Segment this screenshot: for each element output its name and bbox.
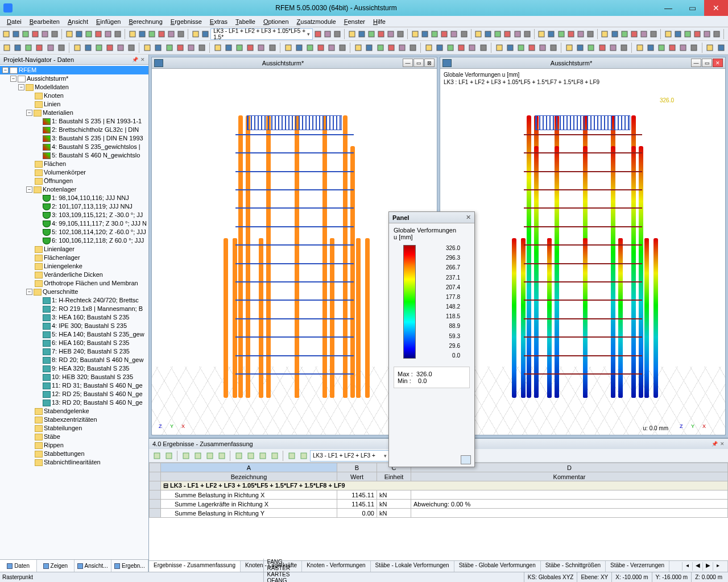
toolbar-button[interactable] [313, 28, 322, 40]
tree-node[interactable]: − Querschnitte [0, 288, 148, 296]
toolbar-button[interactable] [46, 42, 56, 53]
cell-value[interactable]: 0.00 [337, 509, 377, 518]
toolbar-button[interactable] [305, 42, 315, 53]
tree-node[interactable]: Flächenlager [0, 253, 148, 262]
toolbar-button[interactable] [649, 28, 658, 40]
toolbar-button[interactable] [467, 42, 477, 53]
tree-node[interactable]: 9: HEA 320; Baustahl S 235 [0, 364, 148, 373]
toolbar-button[interactable] [386, 28, 395, 40]
cell-value[interactable]: 1145.11 [337, 490, 377, 500]
toolbar-button[interactable] [40, 28, 49, 40]
results-tool-button[interactable] [298, 450, 309, 462]
toolbar-button[interactable] [397, 42, 407, 53]
toolbar-button[interactable] [600, 28, 609, 40]
toolbar-button[interactable] [333, 28, 342, 40]
tree-node[interactable]: 11: RD 31; Baustahl S 460 N_ge [0, 381, 148, 390]
cell-comment[interactable] [411, 490, 728, 500]
tree-node[interactable]: − Materialien [0, 109, 148, 117]
toolbar-button[interactable] [408, 42, 418, 53]
tree-node[interactable]: 10: HEB 320; Baustahl S 235 [0, 373, 148, 381]
menu-zusatzmodule[interactable]: Zusatzmodule [293, 17, 340, 26]
status-toggle-ofang[interactable]: OFANG [263, 577, 294, 583]
minimize-button[interactable]: — [656, 0, 680, 16]
results-tool-button[interactable] [245, 450, 257, 462]
toolbar-button[interactable] [689, 42, 699, 53]
cell-desc[interactable]: Summe Belastung in Richtung X [161, 490, 337, 500]
menu-tabelle[interactable]: Tabelle [232, 17, 259, 26]
toolbar-button[interactable] [13, 42, 23, 53]
toolbar-button[interactable] [84, 28, 93, 40]
toolbar-button[interactable] [516, 42, 526, 53]
menu-ergebnisse[interactable]: Ergebnisse [167, 17, 205, 26]
tree-node[interactable]: Stabnichtlinearitäten [0, 458, 148, 467]
toolbar-button[interactable] [575, 42, 585, 53]
toolbar-button[interactable] [94, 28, 103, 40]
tree-node[interactable]: 6: 100,106,112,118; Z 60.0 °; JJJ [0, 236, 148, 245]
toolbar-button[interactable] [493, 28, 502, 40]
navigator-tab[interactable]: Ansicht... [75, 560, 111, 572]
toolbar-button[interactable] [72, 42, 82, 53]
tree-node[interactable]: 5: Baustahl S 460 N_gewichtslo [0, 151, 148, 160]
results-tab[interactable]: Stäbe - Globale Verformungen [454, 561, 541, 572]
toolbar-button[interactable] [104, 28, 113, 40]
toolbar-button[interactable] [11, 28, 20, 40]
toolbar-button[interactable] [586, 42, 596, 53]
toolbar-button[interactable] [503, 28, 512, 40]
toolbar-button[interactable] [566, 28, 576, 40]
toolbar-button[interactable] [537, 28, 546, 40]
tree-node[interactable]: Orthotrope Flächen und Membran [0, 279, 148, 288]
vp-close-button[interactable]: ✕ [713, 59, 723, 67]
toolbar-button[interactable] [256, 42, 266, 53]
tree-node[interactable]: Liniengelenke [0, 262, 148, 271]
navigator-tab[interactable]: Zeigen [37, 560, 74, 572]
toolbar-button[interactable] [513, 28, 522, 40]
tree-node[interactable]: 4: Baustahl S 235_gewichtslos | [0, 143, 148, 151]
toolbar-button[interactable] [224, 42, 234, 53]
status-toggle-raster[interactable]: RASTER [263, 565, 294, 571]
results-tool-button[interactable] [204, 450, 216, 462]
tree-node[interactable]: 2: RO 219.1x8 | Mannesmann; B [0, 305, 148, 313]
vp-min-button[interactable]: — [691, 59, 701, 67]
toolbar-button[interactable] [364, 42, 374, 53]
navigator-tab[interactable]: Ergebn... [111, 560, 148, 572]
toolbar-button[interactable] [702, 28, 712, 40]
cell-unit[interactable]: kN [377, 509, 411, 518]
tree-node[interactable]: Linienlager [0, 245, 148, 253]
toolbar-button[interactable] [456, 42, 466, 53]
vp-min-button[interactable]: — [403, 59, 413, 67]
toolbar-button[interactable] [630, 28, 639, 40]
toolbar-button[interactable] [667, 42, 677, 53]
color-scale-panel[interactable]: Panel ✕ Globale Verformungen u [mm] 326.… [388, 211, 475, 467]
navigator-tab[interactable]: Daten [0, 560, 37, 572]
toolbar-button[interactable] [716, 42, 726, 53]
toolbar-button[interactable] [83, 42, 93, 53]
toolbar-button[interactable] [693, 28, 702, 40]
tree-node[interactable]: 3: Baustahl S 235 | DIN EN 1993 [0, 134, 148, 143]
tree-node[interactable]: − Aussichtsturm* [0, 74, 148, 83]
toolbar-button[interactable] [597, 42, 607, 53]
menu-extras[interactable]: Extras [206, 17, 231, 26]
tab-nav-button[interactable]: ◂ [682, 562, 692, 571]
toolbar-button[interactable] [142, 42, 152, 53]
toolbar-button[interactable] [635, 42, 645, 53]
tree-node[interactable]: 3: 103,109,115,121; Z -30.0 °; JJ [0, 211, 148, 219]
toolbar-button[interactable] [683, 28, 692, 40]
toolbar-button[interactable] [705, 42, 715, 53]
tree-node[interactable]: 12: RD 25; Baustahl S 460 N_ge [0, 390, 148, 398]
toolbar-button[interactable] [34, 42, 44, 53]
tree-node[interactable]: 7: HEB 240; Baustahl S 235 [0, 347, 148, 356]
menu-bearbeiten[interactable]: Bearbeiten [26, 17, 63, 26]
toolbar-button[interactable] [527, 42, 537, 53]
results-tab[interactable]: Knoten - Verformungen [302, 561, 370, 572]
results-tool-button[interactable] [192, 450, 204, 462]
maximize-button[interactable]: ▭ [680, 0, 704, 16]
menu-datei[interactable]: Datei [3, 17, 25, 26]
menu-einfügen[interactable]: Einfügen [93, 17, 124, 26]
tree-node[interactable]: Knoten [0, 92, 148, 100]
toolbar-button[interactable] [656, 42, 667, 53]
toolbar-button[interactable] [357, 28, 366, 40]
toolbar-button[interactable] [316, 42, 326, 53]
toolbar-button[interactable] [435, 42, 445, 53]
results-tool-button[interactable] [163, 450, 175, 462]
toolbar-button[interactable] [646, 42, 656, 53]
